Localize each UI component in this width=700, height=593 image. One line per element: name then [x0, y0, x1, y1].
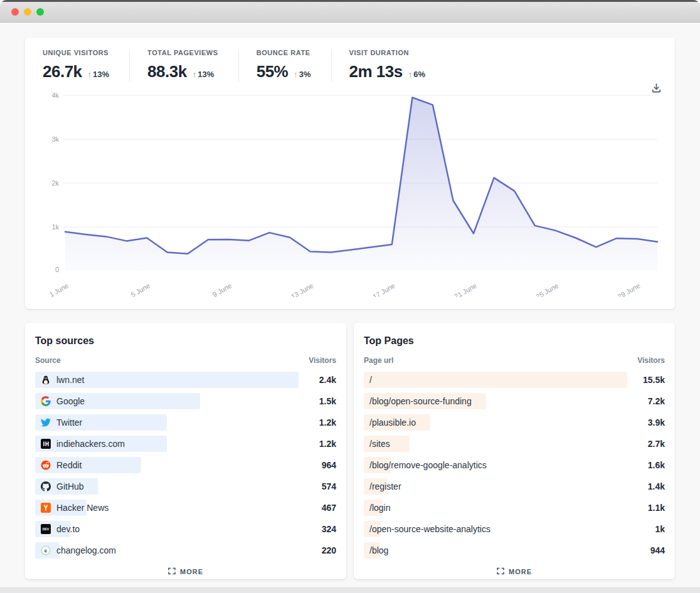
- visitors-line-chart: 01k2k3k4k1 June5 June9 June13 June17 Jun…: [40, 85, 660, 297]
- row-visitors-count: 15.5k: [643, 372, 665, 388]
- trend-up-arrow-icon: ↑: [193, 70, 197, 79]
- stat-unique-visitors: UNIQUE VISITORS 26.7k ↑13%: [43, 49, 129, 81]
- row-label: changelog.com: [56, 545, 116, 555]
- google-icon: [41, 396, 51, 406]
- row-label: /blog/open-source-funding: [369, 396, 472, 406]
- svg-text:29 June: 29 June: [617, 281, 642, 297]
- table-row[interactable]: /plausible.io 3.9k: [364, 414, 665, 431]
- app-window: UNIQUE VISITORS 26.7k ↑13% TOTAL PAGEVIE…: [0, 0, 700, 593]
- expand-icon: [168, 567, 176, 576]
- top-pages-card: Top Pages Page url Visitors / 15.5k /blo…: [354, 323, 675, 579]
- table-row[interactable]: Twitter 1.2k: [35, 414, 336, 431]
- table-row[interactable]: /login 1.1k: [364, 500, 665, 516]
- table-row[interactable]: /register 1.4k: [364, 478, 665, 495]
- stat-label: TOTAL PAGEVIEWS: [147, 49, 218, 56]
- expand-icon: [497, 567, 504, 576]
- row-label: /open-source-website-analytics: [369, 524, 491, 534]
- table-row[interactable]: DEV dev.to 324: [35, 521, 336, 537]
- top-stats-row: UNIQUE VISITORS 26.7k ↑13% TOTAL PAGEVIE…: [40, 49, 660, 81]
- close-window-button[interactable]: [11, 8, 19, 16]
- row-label: lwn.net: [56, 375, 84, 385]
- table-row[interactable]: /blog/open-source-funding 7.2k: [364, 393, 665, 409]
- row-label: Hacker News: [56, 503, 109, 513]
- table-row[interactable]: lwn.net 2.4k: [35, 372, 336, 388]
- table-row[interactable]: /sites 2.7k: [364, 436, 665, 452]
- svg-text:21 June: 21 June: [453, 281, 478, 297]
- table-row[interactable]: /blog 944: [364, 542, 665, 559]
- row-label: dev.to: [56, 524, 80, 534]
- row-label: /: [369, 375, 372, 385]
- svg-text:13 June: 13 June: [290, 281, 315, 297]
- top-pages-title: Top Pages: [364, 335, 665, 347]
- row-visitors-count: 944: [650, 542, 665, 559]
- download-button[interactable]: [649, 81, 664, 97]
- row-label: /blog: [369, 545, 388, 555]
- maximize-window-button[interactable]: [36, 8, 44, 16]
- row-visitors-count: 1.2k: [319, 436, 336, 452]
- row-visitors-count: 220: [322, 542, 336, 559]
- row-label: /plausible.io: [369, 417, 416, 428]
- column-header-visitors: Visitors: [309, 356, 336, 365]
- stat-visit-duration: VISIT DURATION 2m 13s ↑6%: [331, 49, 445, 81]
- row-label: /register: [369, 481, 401, 491]
- table-row[interactable]: / 15.5k: [364, 372, 665, 388]
- svg-text:3k: 3k: [51, 135, 59, 143]
- twitter-icon: [41, 417, 51, 428]
- svg-text:2k: 2k: [51, 179, 59, 187]
- column-header-source: Source: [35, 356, 61, 365]
- table-row[interactable]: /open-source-website-analytics 1k: [364, 521, 665, 537]
- stat-value: 88.3k: [147, 62, 187, 81]
- hacker-news-icon: [41, 503, 51, 513]
- table-row[interactable]: Reddit 964: [35, 457, 336, 473]
- visitors-overview-card: UNIQUE VISITORS 26.7k ↑13% TOTAL PAGEVIE…: [25, 38, 675, 309]
- trend-down-arrow-icon: ↑: [294, 70, 298, 79]
- stat-label: BOUNCE RATE: [257, 49, 311, 56]
- row-visitors-count: 1.5k: [319, 393, 336, 409]
- top-pages-rows: / 15.5k /blog/open-source-funding 7.2k /…: [364, 372, 665, 564]
- reddit-icon: [41, 460, 51, 470]
- svg-text:DEV: DEV: [43, 527, 50, 531]
- stat-label: UNIQUE VISITORS: [43, 49, 109, 56]
- row-visitors-count: 324: [322, 521, 336, 537]
- download-icon: [651, 83, 662, 95]
- dashboard-content: UNIQUE VISITORS 26.7k ↑13% TOTAL PAGEVIE…: [0, 23, 700, 580]
- stat-change: 13%: [198, 70, 214, 79]
- column-header-page-url: Page url: [364, 356, 393, 365]
- minimize-window-button[interactable]: [24, 8, 31, 16]
- table-row[interactable]: indiehackers.com 1.2k: [35, 436, 336, 452]
- row-label: /blog/remove-google-analytics: [369, 460, 487, 470]
- row-visitors-count: 3.9k: [648, 414, 665, 431]
- row-label: Google: [56, 396, 85, 406]
- svg-text:25 June: 25 June: [534, 281, 559, 297]
- table-row[interactable]: Hacker News 467: [35, 500, 336, 516]
- stat-value: 55%: [257, 62, 289, 81]
- svg-text:1 June: 1 June: [48, 281, 70, 297]
- stat-bounce-rate: BOUNCE RATE 55% ↑3%: [238, 49, 331, 81]
- svg-text:5 June: 5 June: [130, 281, 152, 297]
- svg-text:0: 0: [55, 266, 59, 273]
- row-visitors-count: 574: [322, 478, 336, 495]
- svg-text:9 June: 9 June: [211, 281, 233, 297]
- window-bottom-edge: [0, 587, 700, 593]
- top-sources-title: Top sources: [35, 335, 336, 347]
- trend-up-arrow-icon: ↑: [408, 70, 413, 79]
- stat-change: 13%: [93, 70, 109, 79]
- trend-up-arrow-icon: ↑: [88, 70, 92, 79]
- table-row[interactable]: /blog/remove-google-analytics 1.6k: [364, 457, 665, 473]
- svg-text:17 June: 17 June: [371, 281, 396, 297]
- row-label: Reddit: [56, 460, 82, 470]
- stat-label: VISIT DURATION: [349, 49, 425, 56]
- value-bar: [364, 372, 627, 388]
- table-row[interactable]: c changelog.com 220: [35, 542, 336, 559]
- stat-total-pageviews: TOTAL PAGEVIEWS 88.3k ↑13%: [129, 49, 238, 81]
- stat-value: 26.7k: [43, 62, 82, 81]
- table-row[interactable]: GitHub 574: [35, 478, 336, 495]
- row-visitors-count: 467: [322, 500, 336, 516]
- top-sources-rows: lwn.net 2.4k Google 1.5k Twitter 1.2k in…: [35, 372, 336, 564]
- more-label: MORE: [509, 568, 532, 575]
- table-row[interactable]: Google 1.5k: [35, 393, 336, 409]
- top-pages-more-button[interactable]: MORE: [497, 567, 532, 576]
- stat-change: 6%: [413, 70, 425, 79]
- top-sources-more-button[interactable]: MORE: [168, 567, 203, 576]
- svg-text:c: c: [45, 548, 48, 554]
